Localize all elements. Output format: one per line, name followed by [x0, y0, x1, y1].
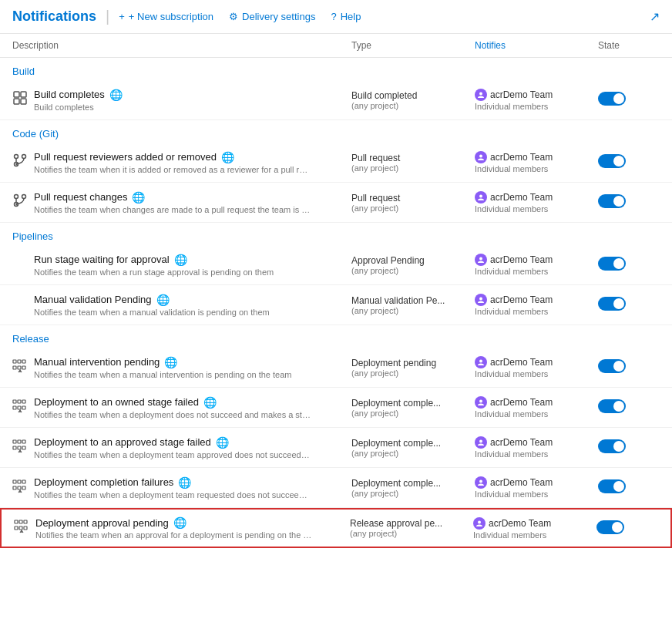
toggle-switch[interactable]	[598, 479, 626, 493]
notifies-cell: acrDemo Team Individual members	[475, 436, 598, 459]
type-sub: (any project)	[351, 204, 475, 213]
notifies-cell: acrDemo Team Individual members	[475, 356, 598, 378]
type-main: Pull request	[351, 153, 475, 163]
toggle-switch[interactable]	[598, 399, 626, 413]
row-icon	[12, 193, 28, 208]
row-icon	[12, 398, 28, 413]
notifies-team: acrDemo Team	[475, 254, 598, 266]
notif-row-3-0[interactable]: Manual intervention pending 🌐 Notifies t…	[0, 348, 672, 388]
svg-rect-39	[13, 480, 16, 483]
globe-icon: 🌐	[174, 254, 187, 266]
state-cell	[598, 359, 660, 375]
toggle-switch[interactable]	[598, 359, 626, 373]
type-sub: (any project)	[351, 163, 475, 173]
svg-rect-18	[13, 366, 16, 369]
category-label-2: Pipelines	[0, 223, 672, 245]
notif-row-3-4[interactable]: Deployment approval pending 🌐 Notifies t…	[0, 508, 672, 548]
team-avatar	[475, 356, 487, 368]
notifies-sub: Individual members	[475, 164, 598, 173]
desc-subtitle: Notifies the team when a deployment does…	[34, 410, 311, 419]
notif-row-1-0[interactable]: Pull request reviewers added or removed …	[0, 143, 672, 183]
toggle-switch[interactable]	[598, 297, 626, 311]
desc-subtitle: Notifies the team when it is added or re…	[34, 165, 311, 174]
svg-rect-27	[18, 406, 21, 409]
svg-point-22	[479, 360, 482, 363]
help-button[interactable]: ? Help	[331, 11, 361, 22]
state-cell	[598, 194, 660, 210]
notif-row-3-3[interactable]: Deployment completion failures 🌐 Notifie…	[0, 468, 672, 508]
toggle-switch[interactable]	[598, 439, 626, 453]
desc-title: Manual validation Pending 🌐	[34, 294, 351, 306]
svg-rect-34	[13, 446, 16, 449]
team-name: acrDemo Team	[490, 294, 553, 305]
desc-title: Run stage waiting for approval 🌐	[34, 254, 351, 266]
notifies-cell: acrDemo Team Individual members	[475, 476, 598, 499]
type-sub: (any project)	[351, 306, 475, 315]
notifies-team: acrDemo Team	[475, 89, 598, 101]
state-cell	[596, 520, 658, 536]
svg-point-6	[22, 154, 26, 158]
row-icon	[12, 90, 28, 106]
globe-icon: 🌐	[156, 294, 170, 306]
globe-icon: 🌐	[173, 516, 186, 529]
team-avatar	[475, 294, 487, 306]
toggle-switch[interactable]	[598, 92, 626, 106]
col-description: Description	[12, 40, 351, 51]
svg-rect-3	[21, 99, 26, 104]
svg-rect-42	[13, 486, 16, 489]
notifies-sub: Individual members	[475, 369, 598, 378]
svg-point-10	[22, 194, 26, 198]
notifies-sub: Individual members	[475, 489, 598, 499]
desc-title: Deployment to an approved stage failed 🌐	[34, 436, 351, 449]
toggle-switch[interactable]	[598, 257, 626, 271]
toggle-switch[interactable]	[598, 194, 626, 208]
svg-rect-48	[19, 520, 22, 523]
toggle-switch[interactable]	[598, 154, 626, 168]
team-name: acrDemo Team	[490, 89, 553, 100]
notif-row-3-2[interactable]: Deployment to an approved stage failed 🌐…	[0, 428, 672, 468]
type-cell: Deployment comple... (any project)	[351, 478, 475, 498]
svg-point-12	[479, 195, 482, 198]
notif-row-2-1[interactable]: Manual validation Pending 🌐 Notifies the…	[0, 285, 672, 325]
desc-title: Pull request changes 🌐	[34, 191, 351, 204]
notifies-cell: acrDemo Team Individual members	[475, 254, 598, 276]
new-subscription-button[interactable]: + + New subscription	[119, 11, 213, 22]
desc-title: Deployment approval pending 🌐	[35, 516, 350, 529]
desc-subtitle: Notifies the team when a run stage appro…	[34, 267, 311, 277]
row-icon	[14, 518, 29, 533]
svg-point-5	[15, 154, 18, 158]
notifies-cell: acrDemo Team Individual members	[475, 294, 598, 316]
notif-row-2-0[interactable]: Run stage waiting for approval 🌐 Notifie…	[0, 245, 672, 285]
type-main: Deployment pending	[351, 358, 475, 368]
row-icon	[12, 438, 28, 453]
type-cell: Deployment pending (any project)	[351, 358, 475, 378]
svg-point-9	[15, 194, 18, 198]
desc-subtitle: Notifies the team when a deployment team…	[34, 490, 311, 500]
table-body: Build Build completes 🌐 Build completes …	[0, 58, 672, 548]
svg-rect-36	[22, 446, 25, 449]
delivery-settings-button[interactable]: ⚙ Delivery settings	[229, 11, 315, 22]
svg-rect-1	[21, 92, 26, 97]
state-cell	[598, 92, 660, 108]
notifies-cell: acrDemo Team Individual members	[475, 191, 598, 214]
notifies-team: acrDemo Team	[473, 517, 596, 530]
notif-row-3-1[interactable]: Deployment to an owned stage failed 🌐 No…	[0, 388, 672, 428]
notifies-team: acrDemo Team	[475, 356, 598, 368]
notifies-sub: Individual members	[475, 409, 598, 419]
col-type: Type	[351, 40, 475, 51]
type-sub: (any project)	[351, 409, 475, 418]
type-cell: Manual validation Pe... (any project)	[351, 295, 475, 315]
team-name: acrDemo Team	[490, 357, 553, 368]
type-sub: (any project)	[351, 449, 475, 458]
desc-text: Run stage waiting for approval 🌐 Notifie…	[34, 254, 351, 277]
notif-row-0-0[interactable]: Build completes 🌐 Build completes Build …	[0, 80, 672, 120]
notifies-team: acrDemo Team	[475, 436, 598, 449]
expand-icon[interactable]: ↗	[650, 9, 660, 24]
svg-rect-24	[18, 400, 21, 403]
notifies-team: acrDemo Team	[475, 476, 598, 489]
toggle-switch[interactable]	[596, 520, 624, 534]
type-cell: Release approval pe... (any project)	[350, 518, 473, 538]
desc-subtitle: Notifies the team when a manual validati…	[34, 308, 311, 317]
team-name: acrDemo Team	[490, 397, 553, 408]
notif-row-1-1[interactable]: Pull request changes 🌐 Notifies the team…	[0, 183, 672, 223]
